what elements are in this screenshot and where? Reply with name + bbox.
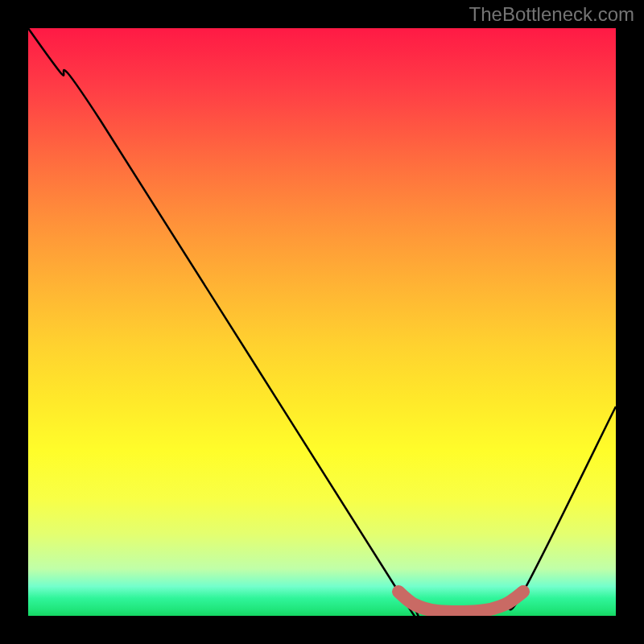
plot-area [28, 28, 616, 616]
plot-svg [28, 28, 616, 616]
optimal-zone-highlight [398, 592, 523, 612]
bottleneck-curve [28, 28, 616, 616]
watermark-text: TheBottleneck.com [469, 3, 634, 26]
chart-frame: TheBottleneck.com [0, 0, 644, 644]
